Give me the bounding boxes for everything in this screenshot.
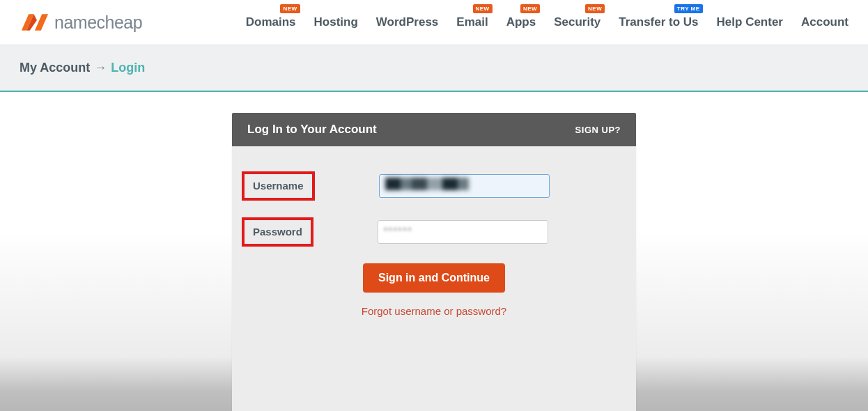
nav-item-domains[interactable]: DomainsNEW bbox=[246, 15, 296, 29]
nav-item-account[interactable]: Account bbox=[801, 15, 848, 29]
login-panel: Log In to Your Account SIGN UP? Username… bbox=[232, 113, 636, 411]
breadcrumb-current: Login bbox=[111, 61, 145, 75]
password-label: Password bbox=[253, 226, 302, 238]
main-area: Log In to Your Account SIGN UP? Username… bbox=[0, 92, 868, 411]
nav-badge: NEW bbox=[585, 4, 605, 13]
username-label-highlight: Username bbox=[242, 171, 315, 201]
breadcrumb-root[interactable]: My Account bbox=[20, 61, 90, 75]
password-row: Password •••••• bbox=[246, 217, 622, 247]
nav-item-transfer-to-us[interactable]: Transfer to UsTRY ME bbox=[619, 15, 698, 29]
nav-item-email[interactable]: EmailNEW bbox=[456, 15, 488, 29]
signup-link[interactable]: SIGN UP? bbox=[575, 125, 621, 135]
username-row: Username bbox=[246, 171, 622, 201]
nav-item-hosting[interactable]: Hosting bbox=[314, 15, 358, 29]
nav-item-security[interactable]: SecurityNEW bbox=[554, 15, 600, 29]
login-actions: Sign in and Continue bbox=[246, 263, 622, 293]
namecheap-logo-icon bbox=[20, 10, 50, 35]
breadcrumb: My Account → Login bbox=[0, 45, 868, 92]
nav-badge: NEW bbox=[280, 4, 300, 13]
breadcrumb-sep: → bbox=[94, 61, 107, 75]
password-value-masked: •••••• bbox=[384, 224, 412, 235]
password-input[interactable]: •••••• bbox=[378, 220, 548, 244]
forgot-row: Forgot username or password? bbox=[246, 305, 622, 318]
brand-logo[interactable]: namecheap bbox=[20, 10, 142, 35]
nav-item-apps[interactable]: AppsNEW bbox=[506, 15, 536, 29]
forgot-link[interactable]: Forgot username or password? bbox=[362, 305, 506, 317]
brand-name: namecheap bbox=[54, 13, 142, 33]
signin-button[interactable]: Sign in and Continue bbox=[363, 263, 505, 293]
nav-badge: NEW bbox=[520, 4, 540, 13]
login-title: Log In to Your Account bbox=[247, 123, 377, 137]
top-nav: namecheap DomainsNEWHostingWordPressEmai… bbox=[0, 0, 868, 45]
username-value-redacted bbox=[385, 178, 469, 190]
username-label: Username bbox=[253, 180, 304, 192]
nav-badge: NEW bbox=[473, 4, 493, 13]
username-input[interactable] bbox=[379, 174, 550, 198]
nav-item-wordpress[interactable]: WordPress bbox=[376, 15, 438, 29]
login-form: Username Password •••••• bbox=[232, 146, 636, 336]
password-label-highlight: Password bbox=[242, 217, 313, 247]
login-panel-header: Log In to Your Account SIGN UP? bbox=[232, 113, 636, 146]
nav-links: DomainsNEWHostingWordPressEmailNEWAppsNE… bbox=[246, 15, 848, 29]
nav-badge: TRY ME bbox=[674, 4, 703, 13]
nav-item-help-center[interactable]: Help Center bbox=[717, 15, 783, 29]
